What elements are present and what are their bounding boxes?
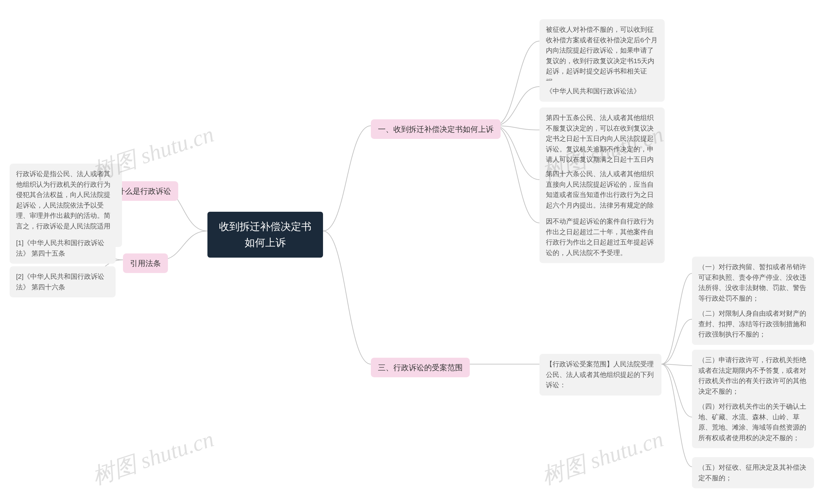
watermark-3: 树图 shutu.cn (88, 424, 218, 492)
branch-3[interactable]: 三、行政诉讼的受案范围 (371, 358, 470, 377)
branch-1[interactable]: 一、收到拆迁补偿决定书如何上诉 (371, 119, 501, 139)
b3-item-1[interactable]: （一）对行政拘留、暂扣或者吊销许可证和执照、责令停产停业、没收违法所得、没收非法… (692, 257, 814, 309)
b3-intro[interactable]: 【行政诉讼受案范围】人民法院受理公民、法人或者其他组织提起的下列诉讼： (539, 354, 662, 396)
b1-child-2[interactable]: 《中华人民共和国行政诉讼法》 (539, 81, 665, 102)
b4-child-2[interactable]: [2]《中华人民共和国行政诉讼法》 第四十六条 (10, 266, 115, 297)
b4-child-1[interactable]: [1]《中华人民共和国行政诉讼法》 第四十五条 (10, 233, 115, 264)
b3-item-2[interactable]: （二）对限制人身自由或者对财产的查封、扣押、冻结等行政强制措施和行政强制执行不服… (692, 303, 814, 345)
b3-item-5[interactable]: （五）对征收、征用决定及其补偿决定不服的； (692, 457, 814, 488)
b3-item-4[interactable]: （四）对行政机关作出的关于确认土地、矿藏、水流、森林、山岭、草原、荒地、滩涂、海… (692, 396, 814, 448)
b3-item-3[interactable]: （三）申请行政许可，行政机关拒绝或者在法定期限内不予答复，或者对行政机关作出的有… (692, 350, 814, 402)
branch-4[interactable]: 引用法条 (123, 253, 168, 273)
root-node[interactable]: 收到拆迁补偿决定书如何上诉 (208, 212, 323, 258)
watermark-4: 树图 shutu.cn (538, 424, 667, 492)
b1-child-5[interactable]: 因不动产提起诉讼的案件自行政行为作出之日起超过二十年，其他案件自行政行为作出之日… (539, 211, 665, 263)
